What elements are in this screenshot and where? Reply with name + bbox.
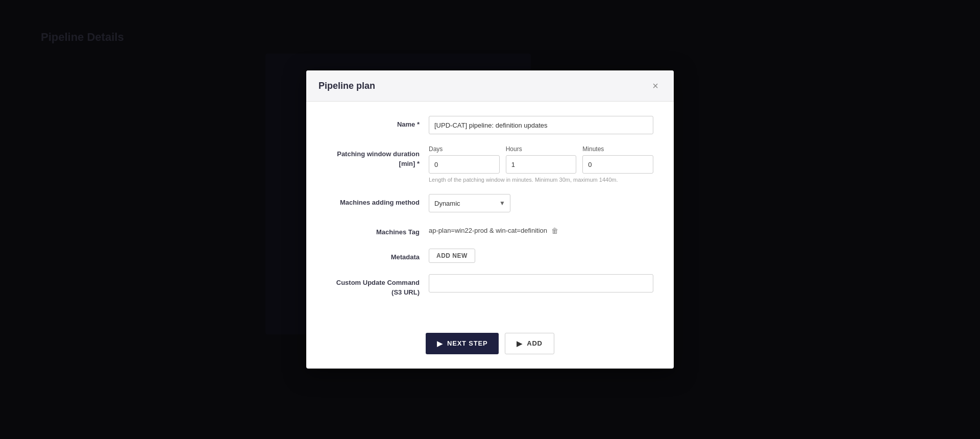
days-label: Days bbox=[429, 145, 500, 153]
patching-window-control-wrap: Days Hours Minutes Length of the patchin… bbox=[429, 145, 653, 183]
metadata-row: Metadata ADD NEW bbox=[327, 249, 653, 263]
pipeline-plan-modal: Pipeline plan × Name * Patching window d… bbox=[306, 70, 674, 368]
modal-footer: ▶ NEXT STEP ▶ ADD bbox=[306, 325, 674, 369]
next-step-icon: ▶ bbox=[437, 339, 443, 348]
metadata-control-wrap: ADD NEW bbox=[429, 249, 653, 263]
days-input[interactable] bbox=[429, 155, 500, 174]
machines-tag-control-wrap: ap-plan=win22-prod & win-cat=definition … bbox=[429, 224, 653, 237]
custom-update-input[interactable] bbox=[429, 274, 653, 292]
patching-window-row: Patching window duration [min] * Days Ho… bbox=[327, 145, 653, 183]
custom-update-control-wrap bbox=[429, 274, 653, 292]
duration-hint: Length of the patching window in minutes… bbox=[429, 177, 653, 183]
patching-window-label: Patching window duration [min] * bbox=[327, 145, 429, 168]
machines-tag-value: ap-plan=win22-prod & win-cat=definition bbox=[429, 227, 547, 234]
next-step-label: NEXT STEP bbox=[447, 339, 487, 347]
machines-method-select[interactable]: Dynamic Static bbox=[429, 194, 510, 212]
add-icon: ▶ bbox=[517, 339, 523, 348]
minutes-label: Minutes bbox=[582, 145, 653, 153]
modal-close-button[interactable]: × bbox=[649, 80, 662, 92]
machines-method-label: Machines adding method bbox=[327, 194, 429, 207]
modal-header: Pipeline plan × bbox=[306, 70, 674, 102]
machines-tag-label: Machines Tag bbox=[327, 224, 429, 237]
modal-body: Name * Patching window duration [min] * … bbox=[306, 102, 674, 324]
days-col: Days bbox=[429, 145, 500, 174]
add-new-button[interactable]: ADD NEW bbox=[429, 249, 475, 263]
custom-update-label: Custom Update Command (S3 URL) bbox=[327, 274, 429, 297]
hours-label: Hours bbox=[506, 145, 577, 153]
name-label: Name * bbox=[327, 116, 429, 129]
hours-input[interactable] bbox=[506, 155, 577, 174]
next-step-button[interactable]: ▶ NEXT STEP bbox=[426, 333, 499, 354]
machines-method-row: Machines adding method Dynamic Static ▼ bbox=[327, 194, 653, 212]
machines-tag-row: Machines Tag ap-plan=win22-prod & win-ca… bbox=[327, 224, 653, 237]
hours-col: Hours bbox=[506, 145, 577, 174]
minutes-input[interactable] bbox=[582, 155, 653, 174]
add-label: ADD bbox=[527, 339, 543, 347]
machines-tag-delete-button[interactable]: 🗑 bbox=[550, 227, 559, 234]
modal-title: Pipeline plan bbox=[318, 81, 375, 91]
duration-row: Days Hours Minutes bbox=[429, 145, 653, 174]
modal-backdrop: Pipeline plan × Name * Patching window d… bbox=[0, 0, 980, 439]
machines-tag-display: ap-plan=win22-prod & win-cat=definition … bbox=[429, 224, 653, 237]
machines-method-select-wrap: Dynamic Static ▼ bbox=[429, 194, 510, 212]
custom-update-row: Custom Update Command (S3 URL) bbox=[327, 274, 653, 297]
name-input[interactable] bbox=[429, 116, 653, 134]
name-row: Name * bbox=[327, 116, 653, 134]
name-control-wrap bbox=[429, 116, 653, 134]
machines-method-control-wrap: Dynamic Static ▼ bbox=[429, 194, 653, 212]
add-button[interactable]: ▶ ADD bbox=[505, 333, 554, 354]
minutes-col: Minutes bbox=[582, 145, 653, 174]
metadata-label: Metadata bbox=[327, 249, 429, 262]
